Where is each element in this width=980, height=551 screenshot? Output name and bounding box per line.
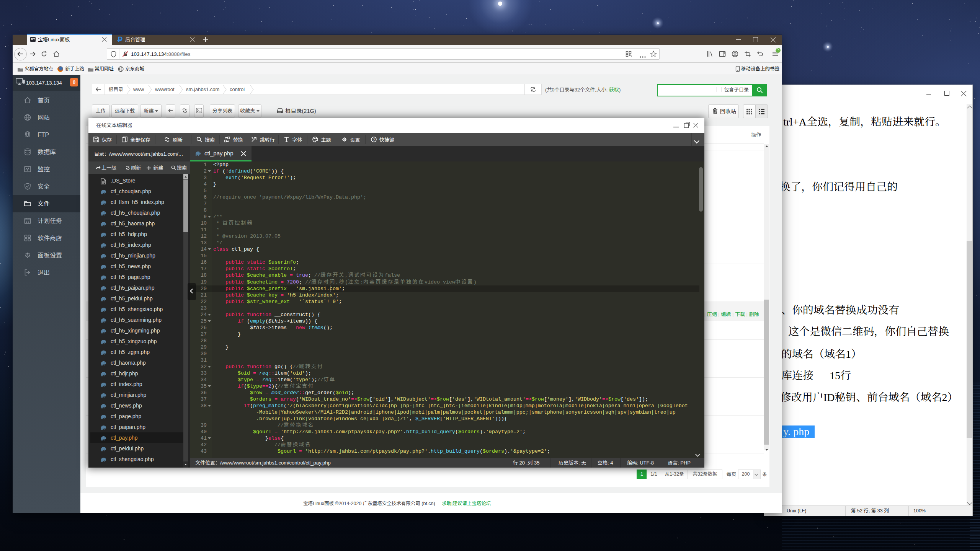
svg-text:?: ?: [373, 138, 375, 142]
